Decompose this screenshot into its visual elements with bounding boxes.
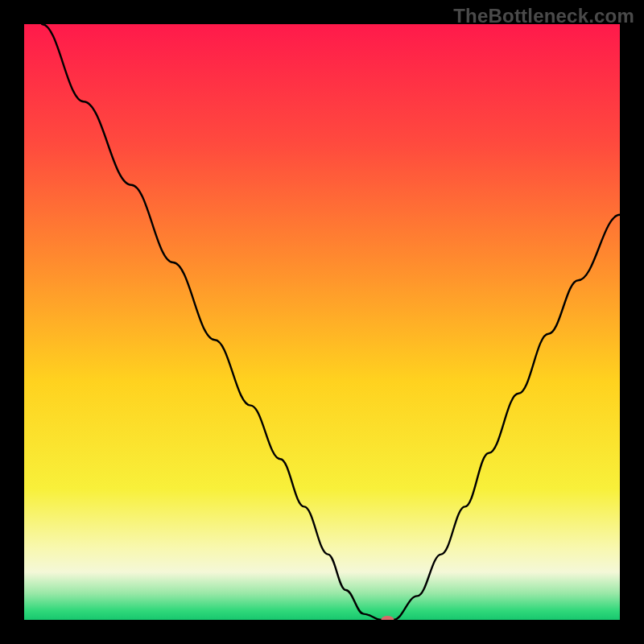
chart-svg bbox=[24, 24, 620, 620]
chart-frame: TheBottleneck.com bbox=[0, 0, 644, 644]
plot-area bbox=[24, 24, 620, 620]
gradient-background bbox=[24, 24, 620, 620]
